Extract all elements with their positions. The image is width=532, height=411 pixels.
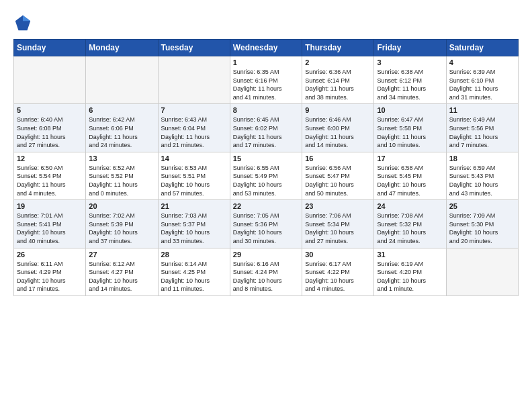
day-number: 21	[161, 202, 227, 210]
calendar-cell: 14Sunrise: 6:53 AM Sunset: 5:51 PM Dayli…	[158, 152, 230, 199]
day-info: Sunrise: 7:03 AM Sunset: 5:37 PM Dayligh…	[161, 212, 227, 245]
day-info: Sunrise: 6:43 AM Sunset: 6:04 PM Dayligh…	[161, 116, 227, 149]
day-info: Sunrise: 6:49 AM Sunset: 5:56 PM Dayligh…	[449, 116, 515, 149]
calendar-week-row: 5Sunrise: 6:40 AM Sunset: 6:08 PM Daylig…	[14, 104, 519, 152]
calendar-header: SundayMondayTuesdayWednesdayThursdayFrid…	[14, 40, 519, 56]
calendar-cell: 7Sunrise: 6:43 AM Sunset: 6:04 PM Daylig…	[158, 104, 230, 152]
day-number: 19	[17, 202, 83, 210]
calendar-cell: 11Sunrise: 6:49 AM Sunset: 5:56 PM Dayli…	[446, 104, 518, 152]
calendar-cell: 21Sunrise: 7:03 AM Sunset: 5:37 PM Dayli…	[158, 200, 230, 248]
svg-marker-1	[23, 15, 30, 21]
weekday-header-tuesday: Tuesday	[158, 40, 230, 56]
day-number: 8	[233, 106, 299, 114]
day-info: Sunrise: 7:06 AM Sunset: 5:34 PM Dayligh…	[305, 212, 371, 245]
day-number: 7	[161, 106, 227, 114]
day-number: 26	[17, 250, 83, 259]
day-info: Sunrise: 6:53 AM Sunset: 5:51 PM Dayligh…	[161, 164, 227, 197]
calendar-cell	[446, 248, 518, 295]
day-number: 18	[449, 154, 515, 163]
day-number: 28	[161, 250, 227, 259]
day-number: 2	[305, 58, 371, 66]
weekday-header-monday: Monday	[86, 40, 158, 56]
calendar-table: SundayMondayTuesdayWednesdayThursdayFrid…	[13, 39, 519, 296]
logo	[13, 13, 35, 32]
calendar-cell: 15Sunrise: 6:55 AM Sunset: 5:49 PM Dayli…	[230, 152, 302, 199]
calendar-week-row: 1Sunrise: 6:35 AM Sunset: 6:16 PM Daylig…	[14, 56, 519, 104]
day-info: Sunrise: 6:17 AM Sunset: 4:22 PM Dayligh…	[305, 260, 371, 293]
day-info: Sunrise: 7:08 AM Sunset: 5:32 PM Dayligh…	[377, 212, 443, 245]
weekday-header-thursday: Thursday	[302, 40, 374, 56]
calendar-cell	[158, 56, 230, 104]
day-number: 23	[305, 202, 371, 210]
calendar-cell: 30Sunrise: 6:17 AM Sunset: 4:22 PM Dayli…	[302, 248, 374, 295]
day-info: Sunrise: 6:40 AM Sunset: 6:08 PM Dayligh…	[17, 116, 83, 149]
day-number: 12	[17, 154, 83, 163]
day-number: 3	[377, 58, 443, 66]
day-info: Sunrise: 6:14 AM Sunset: 4:25 PM Dayligh…	[161, 260, 227, 293]
calendar-cell: 1Sunrise: 6:35 AM Sunset: 6:16 PM Daylig…	[230, 56, 302, 104]
day-info: Sunrise: 6:12 AM Sunset: 4:27 PM Dayligh…	[89, 260, 154, 293]
day-number: 29	[233, 250, 299, 259]
calendar-cell	[86, 56, 158, 104]
calendar-week-row: 26Sunrise: 6:11 AM Sunset: 4:29 PM Dayli…	[14, 248, 519, 295]
day-info: Sunrise: 6:35 AM Sunset: 6:16 PM Dayligh…	[233, 68, 299, 101]
calendar-cell: 19Sunrise: 7:01 AM Sunset: 5:41 PM Dayli…	[14, 200, 86, 248]
day-number: 5	[17, 106, 83, 114]
day-info: Sunrise: 6:38 AM Sunset: 6:12 PM Dayligh…	[377, 68, 443, 101]
day-number: 30	[305, 250, 371, 259]
calendar-cell: 13Sunrise: 6:52 AM Sunset: 5:52 PM Dayli…	[86, 152, 158, 199]
day-info: Sunrise: 6:11 AM Sunset: 4:29 PM Dayligh…	[17, 260, 83, 293]
day-info: Sunrise: 6:19 AM Sunset: 4:20 PM Dayligh…	[377, 260, 443, 293]
day-number: 20	[89, 202, 154, 210]
day-info: Sunrise: 6:16 AM Sunset: 4:24 PM Dayligh…	[233, 260, 299, 293]
day-number: 10	[377, 106, 443, 114]
day-number: 24	[377, 202, 443, 210]
weekday-header-sunday: Sunday	[14, 40, 86, 56]
calendar-cell: 26Sunrise: 6:11 AM Sunset: 4:29 PM Dayli…	[14, 248, 86, 295]
day-info: Sunrise: 6:56 AM Sunset: 5:47 PM Dayligh…	[305, 164, 371, 197]
calendar-cell: 31Sunrise: 6:19 AM Sunset: 4:20 PM Dayli…	[374, 248, 446, 295]
day-info: Sunrise: 7:05 AM Sunset: 5:36 PM Dayligh…	[233, 212, 299, 245]
day-number: 17	[377, 154, 443, 163]
calendar-cell: 29Sunrise: 6:16 AM Sunset: 4:24 PM Dayli…	[230, 248, 302, 295]
calendar-cell: 10Sunrise: 6:47 AM Sunset: 5:58 PM Dayli…	[374, 104, 446, 152]
day-info: Sunrise: 6:47 AM Sunset: 5:58 PM Dayligh…	[377, 116, 443, 149]
day-info: Sunrise: 6:45 AM Sunset: 6:02 PM Dayligh…	[233, 116, 299, 149]
page-header	[13, 13, 519, 32]
day-info: Sunrise: 6:52 AM Sunset: 5:52 PM Dayligh…	[89, 164, 154, 197]
day-info: Sunrise: 6:42 AM Sunset: 6:06 PM Dayligh…	[89, 116, 154, 149]
calendar-cell: 6Sunrise: 6:42 AM Sunset: 6:06 PM Daylig…	[86, 104, 158, 152]
weekday-header-saturday: Saturday	[446, 40, 518, 56]
calendar-cell: 4Sunrise: 6:39 AM Sunset: 6:10 PM Daylig…	[446, 56, 518, 104]
day-number: 1	[233, 58, 299, 66]
day-info: Sunrise: 6:36 AM Sunset: 6:14 PM Dayligh…	[305, 68, 371, 101]
day-number: 13	[89, 154, 154, 163]
calendar-cell: 24Sunrise: 7:08 AM Sunset: 5:32 PM Dayli…	[374, 200, 446, 248]
calendar-week-row: 12Sunrise: 6:50 AM Sunset: 5:54 PM Dayli…	[14, 152, 519, 199]
weekday-header-row: SundayMondayTuesdayWednesdayThursdayFrid…	[14, 40, 519, 56]
day-info: Sunrise: 6:46 AM Sunset: 6:00 PM Dayligh…	[305, 116, 371, 149]
day-info: Sunrise: 6:59 AM Sunset: 5:43 PM Dayligh…	[449, 164, 515, 197]
calendar-cell: 3Sunrise: 6:38 AM Sunset: 6:12 PM Daylig…	[374, 56, 446, 104]
day-info: Sunrise: 6:50 AM Sunset: 5:54 PM Dayligh…	[17, 164, 83, 197]
calendar-cell: 25Sunrise: 7:09 AM Sunset: 5:30 PM Dayli…	[446, 200, 518, 248]
day-number: 14	[161, 154, 227, 163]
calendar-cell: 28Sunrise: 6:14 AM Sunset: 4:25 PM Dayli…	[158, 248, 230, 295]
day-number: 15	[233, 154, 299, 163]
day-number: 9	[305, 106, 371, 114]
calendar-cell: 12Sunrise: 6:50 AM Sunset: 5:54 PM Dayli…	[14, 152, 86, 199]
day-info: Sunrise: 6:39 AM Sunset: 6:10 PM Dayligh…	[449, 68, 515, 101]
weekday-header-friday: Friday	[374, 40, 446, 56]
day-number: 22	[233, 202, 299, 210]
calendar-cell	[14, 56, 86, 104]
day-number: 25	[449, 202, 515, 210]
day-info: Sunrise: 7:09 AM Sunset: 5:30 PM Dayligh…	[449, 212, 515, 245]
calendar-week-row: 19Sunrise: 7:01 AM Sunset: 5:41 PM Dayli…	[14, 200, 519, 248]
calendar-cell: 8Sunrise: 6:45 AM Sunset: 6:02 PM Daylig…	[230, 104, 302, 152]
logo-icon	[13, 13, 32, 32]
calendar-cell: 16Sunrise: 6:56 AM Sunset: 5:47 PM Dayli…	[302, 152, 374, 199]
weekday-header-wednesday: Wednesday	[230, 40, 302, 56]
calendar-cell: 17Sunrise: 6:58 AM Sunset: 5:45 PM Dayli…	[374, 152, 446, 199]
calendar-cell: 23Sunrise: 7:06 AM Sunset: 5:34 PM Dayli…	[302, 200, 374, 248]
calendar-cell: 22Sunrise: 7:05 AM Sunset: 5:36 PM Dayli…	[230, 200, 302, 248]
